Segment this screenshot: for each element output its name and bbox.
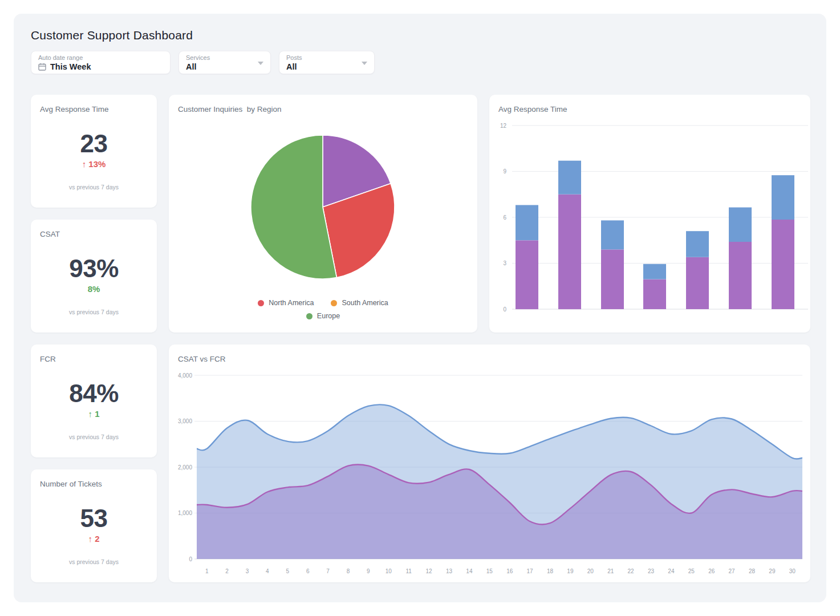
svg-text:20: 20 (587, 568, 594, 574)
svg-text:4: 4 (266, 568, 269, 574)
kpi-card-csat: CSAT 93% 8% vs previous 7 days (31, 220, 157, 333)
filter-bar: Auto date range This Week Services All P… (31, 51, 809, 74)
svg-text:23: 23 (648, 568, 655, 574)
svg-text:11: 11 (406, 568, 412, 574)
date-range-value: This Week (50, 62, 91, 72)
svg-text:1,000: 1,000 (178, 510, 192, 516)
svg-text:6: 6 (503, 214, 506, 221)
svg-text:4,000: 4,000 (178, 372, 192, 379)
svg-text:14: 14 (466, 568, 473, 574)
bar-chart: 036912 (489, 95, 810, 333)
svg-text:2: 2 (225, 568, 229, 574)
svg-text:30: 30 (789, 568, 796, 574)
svg-text:3: 3 (503, 260, 506, 266)
kpi-delta: ↑ 2 (69, 533, 119, 545)
kpi-card-fcr: FCR 84% ↑ 1 vs previous 7 days (31, 345, 157, 457)
legend-dot (306, 313, 313, 319)
page-title: Customer Support Dashboard (31, 29, 809, 42)
svg-text:9: 9 (503, 168, 506, 175)
svg-text:22: 22 (628, 568, 635, 574)
kpi-value: 23 (69, 130, 119, 157)
kpi-value: 93% (69, 255, 119, 282)
svg-text:0: 0 (189, 556, 192, 562)
kpi-title: CSAT (40, 230, 60, 238)
posts-value: All (286, 62, 297, 72)
filter-label: Posts (286, 54, 367, 62)
svg-text:25: 25 (688, 568, 695, 574)
services-filter[interactable]: Services All (178, 51, 271, 74)
svg-text:0: 0 (503, 306, 506, 313)
svg-text:12: 12 (426, 568, 433, 574)
kpi-note: vs previous 7 days (69, 558, 119, 565)
filter-label: Services (186, 54, 263, 62)
chevron-down-icon (362, 62, 367, 65)
svg-text:17: 17 (527, 568, 534, 574)
kpi-value: 53 (69, 505, 119, 532)
kpi-note: vs previous 7 days (69, 184, 119, 191)
kpi-title: Number of Tickets (40, 480, 102, 488)
svg-text:1: 1 (205, 568, 209, 574)
svg-text:13: 13 (446, 568, 453, 574)
svg-text:27: 27 (729, 568, 736, 574)
svg-text:12: 12 (500, 123, 507, 129)
posts-filter[interactable]: Posts All (279, 51, 375, 74)
legend-dot (258, 300, 264, 306)
svg-text:16: 16 (506, 568, 513, 574)
legend-item-south-america[interactable]: South America (331, 299, 388, 307)
calendar-icon (38, 63, 46, 71)
svg-text:7: 7 (326, 568, 330, 574)
svg-text:6: 6 (306, 568, 310, 574)
legend-dot (331, 300, 337, 306)
area-chart: 01,0002,0003,0004,0001234567891011121314… (169, 345, 810, 582)
svg-text:2,000: 2,000 (178, 464, 192, 471)
chevron-down-icon (258, 62, 263, 65)
svg-text:18: 18 (547, 568, 554, 574)
kpi-note: vs previous 7 days (69, 433, 119, 440)
svg-text:15: 15 (486, 568, 493, 574)
kpi-value: 84% (69, 380, 119, 407)
svg-text:19: 19 (567, 568, 574, 574)
chart-title: Avg Response Time (498, 105, 567, 114)
kpi-note: vs previous 7 days (69, 309, 119, 315)
legend-item-europe[interactable]: Europe (306, 312, 340, 320)
area-chart-card: CSAT vs FCR 01,0002,0003,0004,0001234567… (169, 345, 810, 582)
svg-text:3: 3 (246, 568, 249, 574)
kpi-card-number-of-tickets: Number of Tickets 53 ↑ 2 vs previous 7 d… (31, 469, 157, 582)
legend-label: North America (269, 299, 314, 307)
svg-text:9: 9 (367, 568, 370, 574)
svg-text:24: 24 (668, 568, 675, 574)
svg-text:8: 8 (347, 568, 350, 574)
svg-text:3,000: 3,000 (178, 418, 192, 424)
legend-label: Europe (317, 312, 340, 320)
chart-title: Customer Inquiries by Region (178, 105, 282, 114)
pie-chart (169, 95, 477, 333)
date-range-filter[interactable]: Auto date range This Week (31, 51, 171, 74)
kpi-title: FCR (40, 355, 56, 363)
kpi-card-avg-response-time: Avg Response Time 23 ↑ 13% vs previous 7… (31, 95, 157, 208)
svg-text:28: 28 (749, 568, 756, 574)
kpi-title: Avg Response Time (40, 105, 109, 114)
svg-text:10: 10 (385, 568, 392, 574)
dashboard: Customer Support Dashboard Auto date ran… (14, 14, 826, 602)
pie-chart-card: Customer Inquiries by Region North Ameri… (169, 95, 477, 333)
chart-title: CSAT vs FCR (178, 355, 226, 363)
svg-text:5: 5 (286, 568, 290, 574)
filter-label: Auto date range (38, 54, 163, 62)
kpi-delta: ↑ 1 (69, 408, 119, 420)
legend-item-north-america[interactable]: North America (258, 299, 314, 307)
legend-label: South America (342, 299, 388, 307)
cards-grid: Avg Response Time 23 ↑ 13% vs previous 7… (31, 95, 809, 582)
svg-text:21: 21 (607, 568, 614, 574)
svg-text:29: 29 (769, 568, 776, 574)
bar-chart-card: Avg Response Time 036912 (489, 95, 810, 333)
pie-legend: North America South America Europe (169, 299, 477, 320)
services-value: All (186, 62, 197, 72)
kpi-delta: ↑ 13% (69, 159, 119, 170)
kpi-delta: 8% (69, 283, 119, 295)
svg-text:26: 26 (708, 568, 715, 574)
